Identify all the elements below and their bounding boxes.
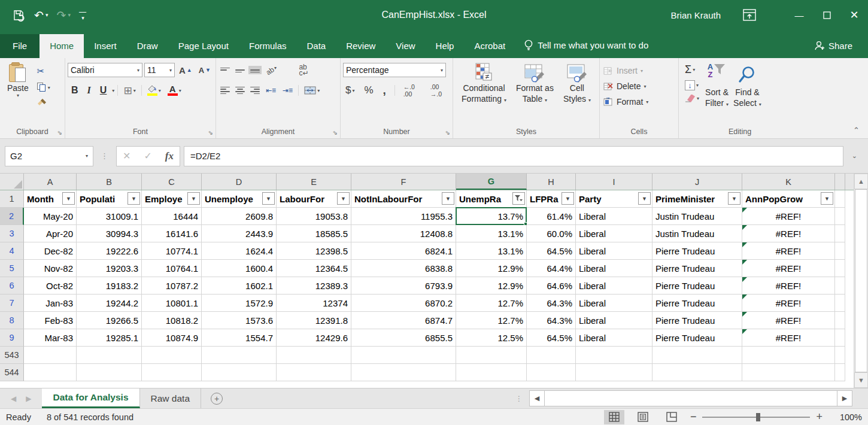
cell-D5[interactable]: 1600.4: [202, 260, 277, 277]
row-header-3[interactable]: 3: [0, 225, 24, 242]
cell-B9[interactable]: 19285.1: [77, 329, 142, 347]
cell-A4[interactable]: Dec-82: [24, 242, 77, 260]
cell-C544[interactable]: [142, 364, 202, 381]
cell-G544[interactable]: [456, 364, 527, 381]
customize-qat-icon[interactable]: —▾: [79, 10, 86, 20]
expand-formula-bar-icon[interactable]: ⌄: [847, 152, 862, 160]
cell-I3[interactable]: Liberal: [576, 225, 652, 242]
cell-E6[interactable]: 12389.3: [277, 277, 351, 295]
cancel-icon[interactable]: ✕: [123, 150, 130, 162]
cell-G3[interactable]: 13.1%: [456, 225, 527, 242]
conditional-formatting-button[interactable]: ≠ ConditionalFormatting ▾: [457, 61, 511, 107]
field-header-AnnPopGrow[interactable]: AnnPopGrow▼: [742, 190, 835, 208]
cell-H8[interactable]: 64.3%: [527, 312, 576, 329]
cell-F5[interactable]: 6838.8: [351, 260, 456, 277]
row-header-543[interactable]: 543: [0, 347, 24, 364]
collapse-ribbon-icon[interactable]: ⌃: [853, 126, 860, 135]
font-dialog-launcher[interactable]: ⇘: [208, 129, 213, 136]
cell-B5[interactable]: 19203.3: [77, 260, 142, 277]
cell-L8[interactable]: [835, 312, 845, 329]
cell-H7[interactable]: 64.3%: [527, 295, 576, 312]
cell-L544[interactable]: [835, 364, 845, 381]
row-header-8[interactable]: 8: [0, 312, 24, 329]
user-name[interactable]: Brian Krauth: [671, 10, 721, 20]
horizontal-scrollbar[interactable]: ◀ ▶: [529, 390, 852, 406]
cell-G9[interactable]: 12.5%: [456, 329, 527, 347]
format-painter-icon[interactable]: [35, 97, 53, 108]
cell-H3[interactable]: 60.0%: [527, 225, 576, 242]
new-sheet-button[interactable]: +: [201, 388, 232, 408]
field-header-Month[interactable]: Month▼: [24, 190, 77, 208]
filter-dropdown-icon-A[interactable]: ▼: [62, 192, 75, 205]
cell-A9[interactable]: Mar-83: [24, 329, 77, 347]
decrease-indent-icon[interactable]: ⇤≡: [263, 85, 278, 96]
cell-B543[interactable]: [77, 347, 142, 364]
cell-E2[interactable]: 19053.8: [277, 208, 351, 225]
horizontal-scroll-thumb[interactable]: [545, 390, 837, 406]
alignment-dialog-launcher[interactable]: ⇘: [333, 129, 338, 136]
cell-A7[interactable]: Jan-83: [24, 295, 77, 312]
wrap-text-icon[interactable]: abc↵: [296, 63, 311, 77]
cell-I5[interactable]: Liberal: [576, 260, 652, 277]
cell-K3[interactable]: #REF!: [742, 225, 835, 242]
filter-dropdown-icon-C[interactable]: ▼: [187, 192, 200, 205]
increase-indent-icon[interactable]: ⇥≡: [280, 85, 295, 96]
underline-dropdown[interactable]: ▾: [112, 88, 114, 93]
percent-format-icon[interactable]: %: [362, 83, 375, 98]
cell-D7[interactable]: 1572.9: [202, 295, 277, 312]
enter-icon[interactable]: ✓: [144, 150, 151, 162]
cell-L2[interactable]: [835, 208, 845, 225]
row-header-5[interactable]: 5: [0, 260, 24, 277]
cell-B7[interactable]: 19244.2: [77, 295, 142, 312]
cell-C543[interactable]: [142, 347, 202, 364]
zoom-level[interactable]: 100%: [831, 412, 862, 422]
field-header-NotInLabourFor[interactable]: NotInLabourFor▼: [351, 190, 456, 208]
ribbon-tab-file[interactable]: File: [0, 34, 40, 58]
cell-A8[interactable]: Feb-83: [24, 312, 77, 329]
ribbon-tab-review[interactable]: Review: [336, 34, 386, 58]
cell-C6[interactable]: 10787.2: [142, 277, 202, 295]
ribbon-tab-page-layout[interactable]: Page Layout: [168, 34, 239, 58]
ribbon-tab-home[interactable]: Home: [40, 34, 84, 58]
ribbon-tab-draw[interactable]: Draw: [127, 34, 168, 58]
filter-dropdown-icon-H[interactable]: ▼: [562, 192, 574, 205]
font-name-combo[interactable]: Calibri▾: [68, 63, 142, 77]
cell-F8[interactable]: 6874.7: [351, 312, 456, 329]
tab-scrollbar-splitter[interactable]: ⋮: [509, 388, 529, 408]
filter-applied-icon-G[interactable]: [512, 192, 525, 205]
column-header-D[interactable]: D: [202, 174, 277, 190]
cell-K4[interactable]: #REF!: [742, 242, 835, 260]
cell-G543[interactable]: [456, 347, 527, 364]
cell-G2[interactable]: 13.7%: [456, 208, 527, 225]
cell-C8[interactable]: 10818.2: [142, 312, 202, 329]
row-header-6[interactable]: 6: [0, 277, 24, 295]
center-icon[interactable]: [233, 85, 247, 96]
increase-decimal-icon[interactable]: ←.0 .00: [401, 82, 423, 99]
cell-J544[interactable]: [652, 364, 742, 381]
filter-dropdown-icon-K[interactable]: ▼: [821, 192, 833, 205]
ribbon-tab-insert[interactable]: Insert: [84, 34, 127, 58]
cell-C4[interactable]: 10774.1: [142, 242, 202, 260]
number-dialog-launcher[interactable]: ⇘: [445, 129, 450, 136]
cell-J4[interactable]: Pierre Trudeau: [652, 242, 742, 260]
clipboard-dialog-launcher[interactable]: ⇘: [57, 129, 62, 136]
zoom-slider-thumb[interactable]: [756, 413, 760, 421]
cell-D543[interactable]: [202, 347, 277, 364]
cell-K8[interactable]: #REF!: [742, 312, 835, 329]
delete-cells-button[interactable]: Delete▾: [603, 79, 648, 93]
borders-icon[interactable]: ⊞▾: [121, 83, 138, 98]
cell-E7[interactable]: 12374: [277, 295, 351, 312]
redo-button[interactable]: ↷▾: [56, 8, 70, 22]
cell-E543[interactable]: [277, 347, 351, 364]
cell-I543[interactable]: [576, 347, 652, 364]
insert-cells-button[interactable]: Insert▾: [603, 63, 648, 78]
cell-A2[interactable]: May-20: [24, 208, 77, 225]
cell-L1[interactable]: [835, 190, 845, 208]
sheet-nav-left-icon[interactable]: ◀: [11, 394, 16, 403]
field-header-Unemploye[interactable]: Unemploye▼: [202, 190, 277, 208]
row-header-1[interactable]: 1: [0, 190, 24, 208]
scroll-up-icon[interactable]: ▲: [854, 174, 868, 189]
vertical-scrollbar[interactable]: ▲ ▼: [854, 174, 868, 388]
field-header-Employe[interactable]: Employe▼: [142, 190, 202, 208]
cell-A544[interactable]: [24, 364, 77, 381]
